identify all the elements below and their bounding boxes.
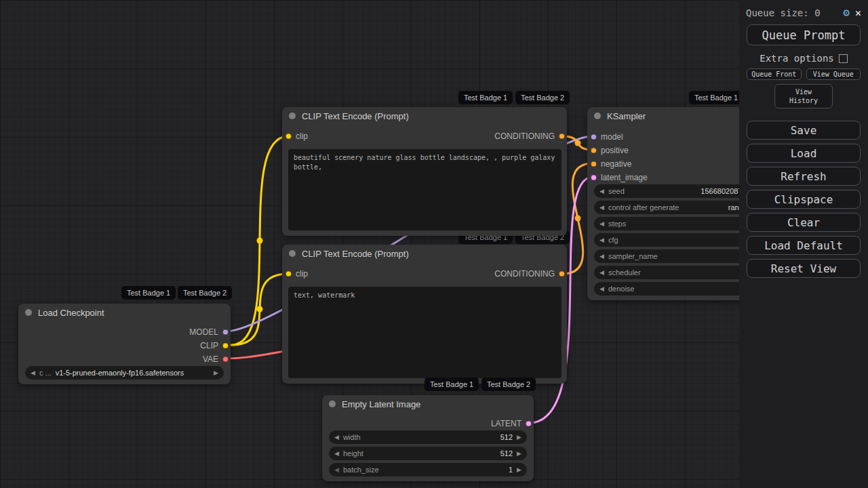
widget-name: sampler_name <box>608 252 658 260</box>
clipspace-button[interactable]: Clipspace <box>747 190 861 209</box>
settings-gear-icon[interactable]: ⚙ <box>843 6 850 19</box>
widget-name: height <box>343 449 363 458</box>
increment-icon[interactable]: ▶ <box>517 434 521 441</box>
slot-label: LATENT <box>491 419 521 428</box>
widget-value: v1-5-pruned-emaonly-fp16.safetensors <box>56 369 184 377</box>
node-titlebar[interactable]: CLIP Text Encode (Prompt) <box>282 245 567 262</box>
load-button[interactable]: Load <box>747 144 861 163</box>
conditioning-output-dot[interactable] <box>559 134 565 140</box>
decrement-icon[interactable]: ◀ <box>599 188 604 195</box>
load-default-button[interactable]: Load Default <box>747 236 861 255</box>
badge-label: Test Badge 1 <box>694 94 738 102</box>
widget-name: batch_size <box>343 466 379 474</box>
collapse-dot-icon[interactable] <box>289 113 296 119</box>
badge-label: Test Badge 2 <box>183 289 226 297</box>
clip-input-dot[interactable] <box>285 134 292 140</box>
node-badge: Test Badge 1 <box>121 286 176 300</box>
collapse-dot-icon[interactable] <box>289 250 296 257</box>
refresh-button[interactable]: Refresh <box>747 167 861 186</box>
widget-name: width <box>343 433 361 441</box>
decrement-icon[interactable]: ◀ <box>334 434 339 441</box>
widget-name: control after generate <box>608 203 679 211</box>
slot-label: CONDITIONING <box>494 269 555 279</box>
height-widget[interactable]: ◀ height 512 ▶ <box>329 447 527 460</box>
node-badge: Test Badge 2 <box>481 378 536 391</box>
conditioning-output-dot[interactable] <box>559 271 565 277</box>
clear-button[interactable]: Clear <box>747 213 861 232</box>
badge-label: Test Badge 2 <box>487 380 530 388</box>
node-title: Empty Latent Image <box>342 399 420 409</box>
node-badge: Test Badge 2 <box>515 91 570 104</box>
combo-next-icon[interactable]: ▶ <box>214 369 218 376</box>
node-load-checkpoint[interactable]: Load Checkpoint MODEL CLIP VAE ◀ c ... v… <box>18 304 231 384</box>
extra-options-label: Extra options <box>760 53 834 64</box>
node-badge: Test Badge 2 <box>178 286 232 300</box>
node-clip-text-encode-positive[interactable]: CLIP Text Encode (Prompt) clip CONDITION… <box>282 107 567 236</box>
node-title: Load Checkpoint <box>38 308 104 318</box>
batch-size-widget[interactable]: ◀ batch_size 1 ▶ <box>329 463 527 476</box>
collapse-dot-icon[interactable] <box>329 401 336 407</box>
node-titlebar[interactable]: Load Checkpoint <box>18 304 231 321</box>
badge-label: Test Badge 1 <box>127 289 170 297</box>
decrement-icon[interactable]: ◀ <box>599 285 604 292</box>
decrement-icon[interactable]: ◀ <box>334 466 339 473</box>
widget-name: seed <box>608 187 625 195</box>
collapse-dot-icon[interactable] <box>594 113 601 119</box>
negative-input-dot[interactable] <box>591 161 597 167</box>
positive-input-dot[interactable] <box>591 148 597 154</box>
decrement-icon[interactable]: ◀ <box>599 204 604 211</box>
slot-label: MODEL <box>189 327 218 337</box>
latent-input-dot[interactable] <box>591 175 597 181</box>
link-midpoint-dot <box>257 238 263 244</box>
widget-value: 512 <box>500 433 513 441</box>
latent-output-dot[interactable] <box>526 421 532 427</box>
clip-output-dot[interactable] <box>222 343 229 349</box>
view-history-button[interactable]: View History <box>774 84 833 108</box>
node-title: KSampler <box>607 111 646 121</box>
slot-row: clip CONDITIONING <box>282 266 567 281</box>
decrement-icon[interactable]: ◀ <box>334 450 339 457</box>
combo-prev-icon[interactable]: ◀ <box>31 369 35 376</box>
widget-name: scheduler <box>608 268 641 277</box>
negative-prompt-textarea[interactable]: text, watermark <box>288 287 561 378</box>
queue-front-button[interactable]: Queue Front <box>747 68 802 80</box>
reset-view-button[interactable]: Reset View <box>747 259 861 278</box>
node-clip-text-encode-negative[interactable]: CLIP Text Encode (Prompt) clip CONDITION… <box>282 245 567 384</box>
decrement-icon[interactable]: ◀ <box>599 220 604 227</box>
link-midpoint-dot <box>575 216 581 222</box>
increment-icon[interactable]: ▶ <box>517 466 521 473</box>
model-input-dot[interactable] <box>591 134 597 140</box>
increment-icon[interactable]: ▶ <box>517 450 521 457</box>
save-button[interactable]: Save <box>747 121 861 140</box>
view-queue-button[interactable]: View Queue <box>806 68 861 80</box>
positive-prompt-textarea[interactable]: beautiful scenery nature glass bottle la… <box>288 149 561 230</box>
ckpt-name-combo[interactable]: ◀ c ... v1-5-pruned-emaonly-fp16.safeten… <box>25 366 224 380</box>
node-badge: Test Badge 1 <box>458 91 513 104</box>
badge-label: Test Badge 2 <box>521 94 564 102</box>
decrement-icon[interactable]: ◀ <box>599 237 604 243</box>
node-title: CLIP Text Encode (Prompt) <box>302 249 409 259</box>
queue-prompt-button[interactable]: Queue Prompt <box>747 24 861 45</box>
decrement-icon[interactable]: ◀ <box>599 269 604 276</box>
vae-output-dot[interactable] <box>222 357 229 363</box>
decrement-icon[interactable]: ◀ <box>599 253 604 260</box>
node-empty-latent-image[interactable]: Empty Latent Image LATENT ◀ width 512 ▶ … <box>322 395 534 481</box>
node-title: CLIP Text Encode (Prompt) <box>302 111 409 121</box>
slot-label: clip <box>296 131 308 141</box>
model-output-dot[interactable] <box>222 329 229 336</box>
node-titlebar[interactable]: CLIP Text Encode (Prompt) <box>282 107 567 125</box>
output-slot-latent: LATENT <box>322 416 534 431</box>
badge-label: Test Badge 1 <box>464 94 507 102</box>
slot-label: CONDITIONING <box>494 131 555 141</box>
clip-input-dot[interactable] <box>285 271 292 277</box>
widget-name: cfg <box>608 236 618 244</box>
slot-label: positive <box>601 146 629 155</box>
collapse-dot-icon[interactable] <box>25 309 32 316</box>
node-titlebar[interactable]: Empty Latent Image <box>322 395 534 413</box>
extra-options-checkbox[interactable] <box>839 54 848 63</box>
close-icon[interactable]: ✕ <box>855 7 861 19</box>
width-widget[interactable]: ◀ width 512 ▶ <box>329 430 527 444</box>
output-slot-model: MODEL <box>18 325 231 340</box>
badge-label: Test Badge 1 <box>430 380 473 388</box>
link-midpoint-dot <box>257 306 263 312</box>
